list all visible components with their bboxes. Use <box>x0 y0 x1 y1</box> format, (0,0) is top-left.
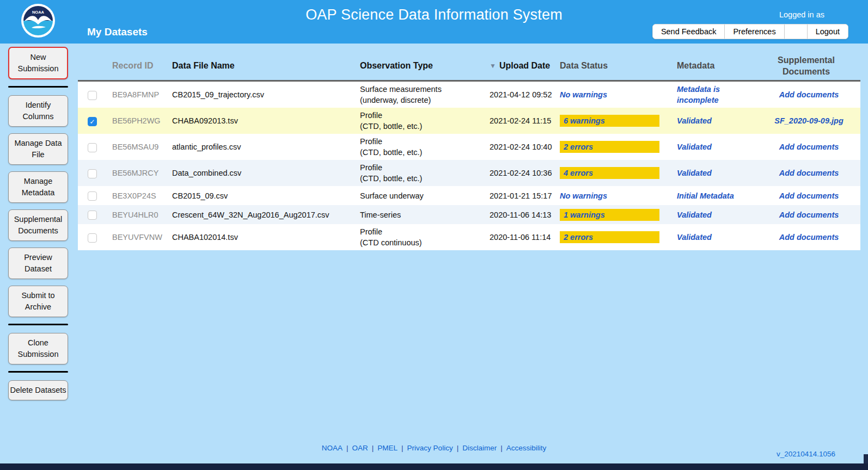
metadata-link[interactable]: Validated <box>677 116 712 125</box>
metadata-cell: Validated <box>676 165 756 181</box>
row-checkbox[interactable] <box>88 91 97 100</box>
table-row[interactable]: BEYUVFVNWCHABA102014.tsvProfile(CTD cont… <box>78 224 860 250</box>
data-status-link[interactable]: No warnings <box>560 191 607 200</box>
table-row[interactable]: BE56MJRCYData_combined.csvProfile(CTD, b… <box>78 160 860 186</box>
table-row[interactable]: BEYU4HLR0Crescent_64W_32N_Aug2016_Aug201… <box>78 205 860 224</box>
footer-link-privacy-policy[interactable]: Privacy Policy <box>407 444 453 452</box>
metadata-link[interactable]: Validated <box>677 169 712 177</box>
data-status-cell: No warnings <box>559 87 676 102</box>
row-checkbox[interactable]: ✓ <box>88 117 97 126</box>
preferences-button[interactable]: Preferences <box>724 24 784 39</box>
manage-data-file-button[interactable]: Manage Data File <box>8 133 68 165</box>
table-row[interactable]: BE3X0P24SCB2015_09.csvSurface underway20… <box>78 186 860 205</box>
nav-spacer <box>784 24 807 39</box>
scrollbar-corner <box>864 454 868 463</box>
column-header-data-status[interactable]: Data Status <box>559 53 676 73</box>
footer-separator: | <box>346 444 349 452</box>
observation-type: Profile(CTD continuous) <box>357 224 486 250</box>
supplemental-documents-link[interactable]: Add documents <box>779 169 839 177</box>
new-submission-button[interactable]: New Submission <box>8 47 68 79</box>
data-status-link[interactable]: 4 errors <box>560 167 659 179</box>
record-id: BE9A8FMNP <box>109 87 169 102</box>
identify-columns-button[interactable]: Identify Columns <box>8 95 68 127</box>
supplemental-documents-cell: Add documents <box>756 139 860 154</box>
upload-date: 2021-01-21 15:17 <box>486 188 559 203</box>
metadata-cell: Validated <box>676 113 756 128</box>
row-checkbox[interactable] <box>88 211 97 220</box>
clone-submission-button[interactable]: Clone Submission <box>8 333 68 364</box>
row-checkbox[interactable] <box>88 233 97 243</box>
metadata-cell: Validated <box>676 139 756 154</box>
footer-link-accessibility[interactable]: Accessibility <box>506 444 547 452</box>
column-header-upload-date[interactable]: ▼Upload Date <box>486 53 559 73</box>
metadata-cell: Validated <box>676 230 756 245</box>
send-feedback-button[interactable]: Send Feedback <box>653 24 725 39</box>
data-status-link[interactable]: No warnings <box>560 90 607 99</box>
upload-date: 2021-04-12 09:52 <box>486 87 559 102</box>
app-header: NOAA OAP Science Data Information System… <box>0 0 868 44</box>
supplemental-documents-link[interactable]: Add documents <box>779 211 839 219</box>
row-checkbox[interactable] <box>88 169 97 178</box>
supplemental-documents-link[interactable]: SF_2020-09-09.jpg <box>774 116 843 125</box>
metadata-link[interactable]: Validated <box>677 211 712 219</box>
row-checkbox[interactable] <box>88 191 97 201</box>
metadata-cell: Metadata is incomplete <box>676 82 756 108</box>
footer-link-pmel[interactable]: PMEL <box>377 444 398 452</box>
observation-type: Profile(CTD, bottle, etc.) <box>357 160 486 186</box>
footer-links: NOAA|OAR|PMEL|Privacy Policy|Disclaimer|… <box>0 444 868 452</box>
column-header-observation-type[interactable]: Observation Type <box>357 53 486 73</box>
row-checkbox[interactable] <box>88 143 97 152</box>
record-id: BEYU4HLR0 <box>109 207 169 222</box>
datasets-table: Record ID Data File Name Observation Typ… <box>78 46 860 250</box>
delete-datasets-button[interactable]: Delete Datasets <box>8 380 68 400</box>
metadata-link[interactable]: Metadata is incomplete <box>677 85 720 104</box>
data-status-link[interactable]: 1 warnings <box>560 209 659 221</box>
checkbox-cell <box>78 230 109 245</box>
checkbox-cell <box>78 87 109 102</box>
logout-button[interactable]: Logout <box>807 24 848 39</box>
supplemental-documents-link[interactable]: Add documents <box>779 90 839 99</box>
metadata-link[interactable]: Validated <box>677 233 712 242</box>
data-file-name: CB2015_09.csv <box>169 188 357 203</box>
record-id: BE56MJRCY <box>109 165 169 181</box>
preview-dataset-button[interactable]: Preview Dataset <box>8 248 68 279</box>
table-row[interactable]: BE9A8FMNPCB2015_09_trajectory.csvSurface… <box>78 82 860 108</box>
footer-link-noaa[interactable]: NOAA <box>322 444 343 452</box>
metadata-link[interactable]: Initial Metadata <box>677 191 734 200</box>
footer-separator: | <box>500 444 503 452</box>
data-status-link[interactable]: 2 errors <box>560 231 659 243</box>
upload-date: 2020-11-06 14:13 <box>486 207 559 222</box>
upload-date: 2021-02-24 10:36 <box>486 165 559 181</box>
column-header-supplemental-documents[interactable]: Supplemental Documents <box>756 47 860 79</box>
section-title: My Datasets <box>87 26 148 38</box>
column-header-record-id[interactable]: Record ID <box>109 53 169 73</box>
supplemental-documents-link[interactable]: Add documents <box>779 233 839 242</box>
data-file-name: Data_combined.csv <box>169 165 357 181</box>
data-status-link[interactable]: 6 warnings <box>560 115 659 127</box>
table-row[interactable]: ✓BE56PH2WGCHABA092013.tsvProfile(CTD, bo… <box>78 108 860 134</box>
column-header-data-file-name[interactable]: Data File Name <box>169 53 357 73</box>
data-file-name: CHABA102014.tsv <box>169 230 357 245</box>
footer-link-oar[interactable]: OAR <box>352 444 368 452</box>
table-row[interactable]: BE56MSAU9atlantic_profiles.csvProfile(CT… <box>78 134 860 160</box>
sidebar-separator <box>8 324 68 325</box>
metadata-link[interactable]: Validated <box>677 143 712 151</box>
sidebar: New SubmissionIdentify ColumnsManage Dat… <box>8 47 68 407</box>
supplemental-documents-link[interactable]: Add documents <box>779 143 839 151</box>
footer-separator: | <box>457 444 459 452</box>
column-header-metadata[interactable]: Metadata <box>676 53 756 73</box>
data-file-name: CB2015_09_trajectory.csv <box>169 87 357 102</box>
footer-link-disclaimer[interactable]: Disclaimer <box>462 444 497 452</box>
data-status-cell: 2 errors <box>559 229 676 245</box>
checkbox-cell <box>78 165 109 181</box>
sort-descending-icon: ▼ <box>490 62 496 70</box>
supplemental-documents-link[interactable]: Add documents <box>779 191 839 200</box>
metadata-cell: Validated <box>676 207 756 222</box>
checkbox-cell <box>78 139 109 154</box>
data-file-name: atlantic_profiles.csv <box>169 139 357 154</box>
submit-to-archive-button[interactable]: Submit to Archive <box>8 286 68 317</box>
record-id: BE3X0P24S <box>109 188 169 203</box>
manage-metadata-button[interactable]: Manage Metadata <box>8 171 68 203</box>
data-status-link[interactable]: 2 errors <box>560 141 659 153</box>
supplemental-documents-button[interactable]: Supplemental Documents <box>8 209 68 241</box>
